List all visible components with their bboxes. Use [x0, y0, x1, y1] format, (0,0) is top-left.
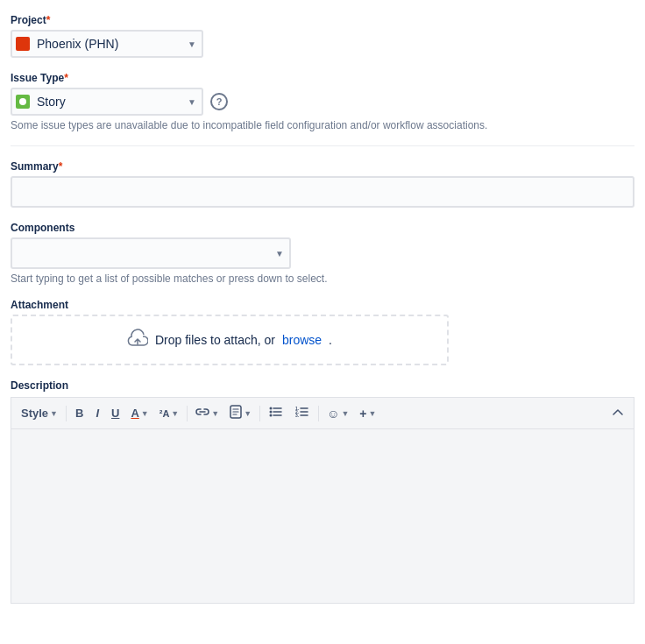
issue-type-label-text: Issue Type: [11, 72, 64, 84]
project-label-text: Project: [11, 14, 46, 26]
toolbar-emoji-btn[interactable]: ☺ ▼: [322, 403, 353, 424]
toolbar-text-color-btn[interactable]: A ▼: [126, 403, 152, 423]
create-issue-form: Project* Phoenix (PHN) ▼ Issue Type* Sto…: [0, 0, 645, 632]
attachment-drop-zone[interactable]: Drop files to attach, or browse.: [11, 315, 449, 365]
project-select-wrapper: Phoenix (PHN) ▼: [11, 30, 203, 58]
toolbar-more-label: +: [359, 407, 366, 421]
issue-type-select-wrapper: Story ▼: [11, 88, 203, 116]
description-editor-body[interactable]: [11, 428, 634, 604]
toolbar-collapse-btn[interactable]: [607, 403, 628, 423]
svg-point-5: [270, 411, 273, 414]
components-select-wrapper: ▼: [11, 237, 291, 269]
svg-point-4: [270, 407, 273, 410]
svg-text:3.: 3.: [295, 413, 300, 418]
toolbar-ordered-list-icon: 1. 2. 3.: [295, 406, 309, 421]
toolbar-underline-label: U: [111, 407, 119, 420]
toolbar-divider-2: [187, 406, 188, 421]
svg-point-6: [270, 414, 273, 417]
toolbar-link-btn[interactable]: ▼: [191, 403, 223, 423]
toolbar-link-chevron: ▼: [211, 409, 219, 418]
project-label: Project*: [11, 14, 634, 26]
toolbar-collapse-icon: [613, 407, 623, 420]
project-field: Project* Phoenix (PHN) ▼: [11, 14, 634, 58]
issue-type-select[interactable]: Story: [11, 88, 203, 116]
attachment-field: Attachment Drop files to attach, or brow…: [11, 299, 634, 365]
toolbar-style-btn[interactable]: Style ▼: [17, 403, 62, 423]
toolbar-emoji-chevron: ▼: [341, 409, 349, 418]
attachment-drop-text: Drop files to attach, or: [155, 333, 275, 347]
toolbar-bullet-list-btn[interactable]: [264, 402, 288, 424]
attachment-label: Attachment: [11, 299, 634, 311]
toolbar-divider-3: [259, 406, 260, 421]
summary-label-text: Summary: [11, 160, 59, 173]
components-hint: Start typing to get a list of possible m…: [11, 272, 634, 285]
components-field: Components ▼ Start typing to get a list …: [11, 222, 634, 285]
issue-type-required-asterisk: *: [64, 72, 68, 84]
upload-icon: [127, 329, 148, 351]
toolbar-attachment-label: [230, 405, 242, 421]
toolbar-divider-1: [66, 406, 67, 421]
divider: [11, 145, 634, 146]
toolbar-bold-label: B: [75, 407, 83, 420]
toolbar-emoji-icon: ☺: [327, 407, 339, 421]
components-label: Components: [11, 222, 634, 234]
toolbar-bold-btn[interactable]: B: [70, 403, 89, 423]
toolbar-link-label: [195, 407, 209, 420]
toolbar-italic-label: I: [96, 407, 99, 420]
description-field: Description Style ▼ B I U A ▼: [11, 379, 634, 604]
toolbar-text-format-btn[interactable]: ²A ▼: [155, 405, 184, 422]
toolbar-bullet-list-icon: [269, 406, 283, 421]
summary-required-asterisk: *: [59, 160, 63, 173]
toolbar-text-color-chevron: ▼: [141, 409, 149, 418]
project-select[interactable]: Phoenix (PHN): [11, 30, 203, 58]
issue-type-field: Issue Type* Story ▼ ? Some issue types a…: [11, 72, 634, 131]
toolbar-text-format-label: ²A: [159, 408, 170, 419]
toolbar-style-label: Style: [21, 407, 48, 420]
attachment-browse-link[interactable]: browse: [282, 333, 322, 347]
toolbar-text-color-label: A: [131, 407, 138, 420]
summary-label: Summary*: [11, 160, 634, 173]
issue-type-warning: Some issue types are unavailable due to …: [11, 119, 634, 131]
toolbar-divider-4: [318, 406, 319, 421]
toolbar-style-chevron: ▼: [50, 409, 58, 418]
toolbar-text-format-chevron: ▼: [171, 409, 179, 418]
toolbar-underline-btn[interactable]: U: [106, 403, 124, 423]
editor-toolbar: Style ▼ B I U A ▼ ²A: [11, 397, 634, 428]
description-label: Description: [11, 379, 634, 392]
toolbar-ordered-list-btn[interactable]: 1. 2. 3.: [290, 402, 315, 424]
issue-type-label: Issue Type*: [11, 72, 634, 84]
toolbar-more-btn[interactable]: + ▼: [355, 403, 380, 424]
issue-type-row: Story ▼ ?: [11, 88, 634, 116]
toolbar-more-chevron: ▼: [369, 409, 377, 418]
project-required-asterisk: *: [46, 14, 51, 26]
toolbar-italic-btn[interactable]: I: [90, 403, 104, 423]
components-select[interactable]: [11, 237, 291, 269]
help-icon[interactable]: ?: [210, 93, 228, 110]
attachment-end-text: .: [329, 333, 332, 347]
summary-field: Summary*: [11, 160, 634, 208]
toolbar-attachment-chevron: ▼: [244, 409, 252, 418]
summary-input[interactable]: [11, 176, 634, 208]
toolbar-attachment-btn[interactable]: ▼: [225, 401, 256, 425]
